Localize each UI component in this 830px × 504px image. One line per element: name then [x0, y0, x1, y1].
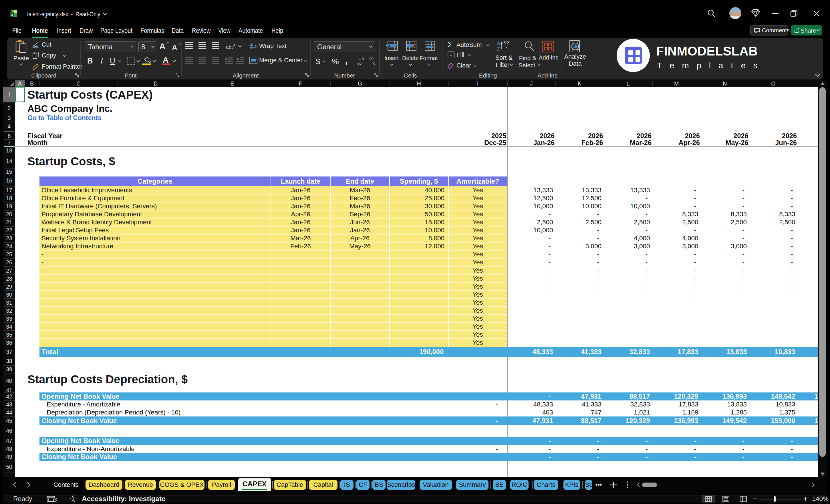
- svg-text:→0: →0: [370, 61, 375, 65]
- svg-text:.00: .00: [356, 61, 361, 65]
- svg-text:A: A: [497, 41, 500, 46]
- svg-text:ab: ab: [249, 43, 253, 46]
- svg-text:ab: ab: [226, 44, 231, 50]
- svg-text:←0: ←0: [358, 57, 364, 61]
- svg-text:Z: Z: [497, 47, 500, 52]
- svg-text:.00: .00: [369, 57, 374, 61]
- svg-text:x: x: [11, 12, 13, 17]
